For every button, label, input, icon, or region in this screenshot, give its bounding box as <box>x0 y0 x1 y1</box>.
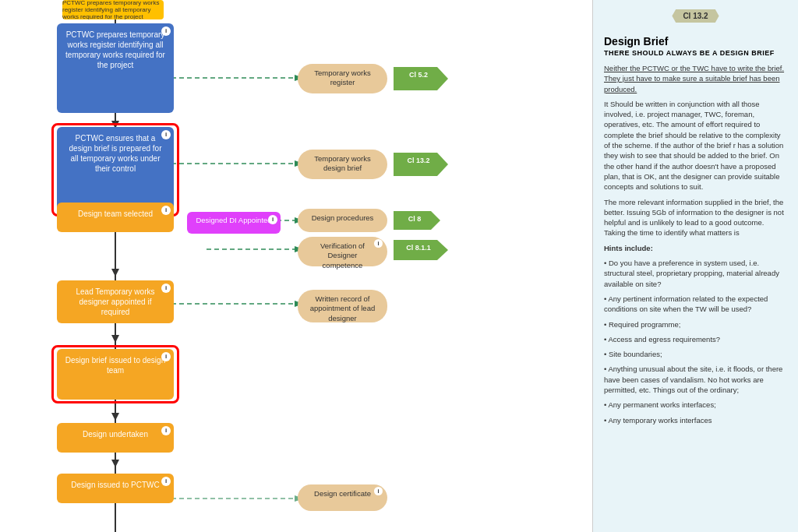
info-icon-design-team[interactable]: i <box>161 206 171 215</box>
hint-2: • Any pertinent information related to t… <box>604 294 787 315</box>
info-icon-design-undertaken[interactable]: i <box>161 426 171 435</box>
info-icon-register[interactable]: i <box>161 26 171 36</box>
flowchart-panel: ▼ PCTWC prepares temporary works registe… <box>0 0 592 532</box>
lead-designer-box: Lead Temporary works designer appointed … <box>57 280 174 323</box>
right-panel-title: Design Brief <box>604 35 787 48</box>
info-icon-di[interactable]: i <box>268 215 277 224</box>
pctwc-design-brief-box: PCTWC ensures that a design brief is pre… <box>57 127 174 213</box>
info-icon-brief-issued[interactable]: i <box>161 352 171 361</box>
ci8-badge: Cl 8 <box>394 211 440 230</box>
info-icon-lead-designer[interactable]: i <box>161 284 171 293</box>
right-info-panel: Cl 13.2 Design Brief THERE SHOULD ALWAYS… <box>592 0 798 532</box>
ci132-badge: Cl 13.2 <box>394 153 448 176</box>
right-panel-para3: The more relevant information supplied i… <box>604 197 787 238</box>
design-undertaken-box: Design undertaken i <box>57 423 174 453</box>
tw-design-brief-doc: Temporary works design brief <box>298 150 387 179</box>
right-ci-badge: Cl 13.2 <box>672 9 719 23</box>
svg-marker-17 <box>111 335 119 343</box>
designed-di-box: Designed DI Appointed i <box>187 212 281 234</box>
right-panel-para2: It Should be written in conjunction with… <box>604 99 787 192</box>
design-certificate-doc: Design certificate i <box>298 484 387 511</box>
hint-8: • Any temporary works interfaces <box>604 415 787 425</box>
info-icon-design-issued[interactable]: i <box>161 477 171 486</box>
hints-list: • Do you have a preference in system use… <box>604 258 787 425</box>
right-panel-para1: Neither the PCTWC or the TWC have to wri… <box>604 63 787 94</box>
hints-title: Hints include: <box>604 243 787 253</box>
info-icon-design-brief[interactable]: i <box>161 130 171 139</box>
pctwc-register-box: PCTWC prepares temporary works register … <box>57 23 174 113</box>
hint-6: • Anything unusual about the site, i.e. … <box>604 364 787 395</box>
design-issued-box: Design issued to PCTWC i <box>57 474 174 503</box>
design-team-box: Design team selected i <box>57 203 174 232</box>
ci811-badge: Cl 8.1.1 <box>394 240 448 260</box>
design-procedures-doc: Design procedures <box>298 209 387 232</box>
ci52-badge: Cl 5.2 <box>394 67 448 90</box>
hint-7: • Any permanent works interfaces; <box>604 400 787 410</box>
info-icon-verification[interactable]: i <box>374 239 383 248</box>
design-brief-issued-box: Design brief issued to design team i <box>57 349 174 400</box>
hint-1: • Do you have a preference in system use… <box>604 258 787 289</box>
hint-4: • Access and egress requirements? <box>604 334 787 344</box>
top-yellow-box: PCTWC prepares temporary works register … <box>62 0 164 19</box>
svg-marker-19 <box>111 460 119 467</box>
written-record-doc: Written record of appointment of lead de… <box>298 290 387 322</box>
svg-marker-18 <box>111 413 119 421</box>
svg-marker-16 <box>111 269 119 277</box>
tw-register-doc: Temporary works register <box>298 64 387 93</box>
hint-5: • Site boundaries; <box>604 349 787 359</box>
right-panel-subtitle: THERE SHOULD ALWAYS BE A DESIGN BRIEF <box>604 49 787 57</box>
hint-3: • Required programme; <box>604 319 787 329</box>
info-icon-cert[interactable]: i <box>374 487 383 495</box>
verification-designer-doc: Verification of Designer competence i <box>298 237 387 266</box>
